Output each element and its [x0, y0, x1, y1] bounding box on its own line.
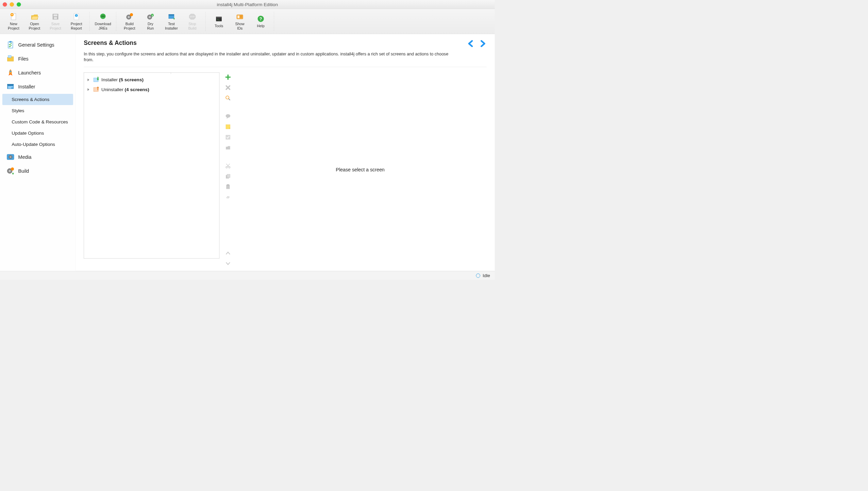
svg-rect-63 [227, 174, 230, 178]
window-titlebar: install4j Multi-Platform Edition [0, 0, 495, 9]
svg-rect-4 [53, 14, 57, 16]
sidebar-item-media[interactable]: Media [2, 150, 73, 164]
save-project-button: SaveProject [45, 11, 66, 32]
show-ids-icon [236, 13, 244, 21]
content-divider [84, 67, 486, 67]
svg-text:?: ? [260, 17, 262, 21]
svg-marker-18 [173, 18, 175, 20]
note-button[interactable] [224, 123, 232, 131]
tree-row-installer[interactable]: Installer (5 screens) [85, 75, 218, 85]
link-button [224, 194, 232, 201]
svg-rect-55 [226, 125, 230, 129]
svg-text:>_: >_ [217, 18, 220, 20]
svg-marker-44 [12, 173, 14, 175]
svg-rect-36 [8, 86, 13, 87]
svg-rect-57 [226, 135, 230, 140]
svg-rect-22 [216, 17, 222, 18]
expand-arrow-icon [87, 78, 90, 82]
move-up-button [224, 250, 232, 257]
nav-previous-button[interactable] [467, 39, 475, 48]
sidebar-item-general-settings[interactable]: General Settings [2, 38, 73, 52]
svg-point-43 [11, 167, 14, 170]
svg-rect-25 [237, 15, 239, 18]
svg-point-12 [130, 13, 133, 16]
svg-rect-30 [8, 42, 13, 48]
new-project-icon [10, 13, 18, 21]
svg-point-40 [10, 156, 11, 157]
svg-marker-48 [87, 88, 89, 91]
stop-build-button: STOP StopBuild [182, 11, 203, 32]
status-text: Idle [483, 273, 490, 278]
svg-rect-32 [8, 55, 11, 58]
build-icon [5, 166, 16, 176]
copy-button [224, 173, 232, 180]
svg-point-33 [10, 70, 12, 72]
svg-point-42 [9, 170, 11, 172]
toggle-button [224, 134, 232, 141]
save-project-icon [51, 13, 60, 21]
svg-rect-37 [8, 88, 11, 88]
sidebar-sub-auto-update[interactable]: Auto-Update Options [2, 139, 73, 150]
help-button[interactable]: ? Help [250, 11, 271, 32]
tree-row-uninstaller[interactable]: Uninstaller (4 screens) [85, 85, 218, 95]
svg-point-2 [12, 14, 13, 15]
test-installer-button[interactable]: TestInstaller [161, 11, 182, 32]
status-icon [475, 273, 481, 278]
svg-text:i: i [76, 14, 77, 17]
new-project-button[interactable]: NewProject [3, 11, 24, 32]
comment-button [224, 113, 232, 120]
remove-button [224, 84, 232, 91]
minimize-window-button[interactable] [10, 2, 14, 7]
folder-icon [5, 54, 16, 64]
sidebar-sub-custom-code[interactable]: Custom Code & Resources [2, 116, 73, 128]
window-title: install4j Multi-Platform Edition [217, 2, 278, 7]
detail-placeholder: Please select a screen [336, 167, 384, 173]
sidebar-item-build[interactable]: Build [2, 164, 73, 178]
screens-tree[interactable]: Installer (5 screens) Uninstaller (4 scr… [84, 72, 219, 258]
open-project-button[interactable]: OpenProject [24, 11, 45, 32]
nav-next-button[interactable] [479, 39, 487, 48]
download-jres-button[interactable]: DownloadJREs [93, 11, 114, 32]
svg-rect-5 [54, 17, 57, 19]
sidebar-item-launchers[interactable]: Launchers [2, 66, 73, 80]
svg-point-15 [151, 14, 154, 16]
svg-point-66 [476, 274, 480, 277]
zoom-window-button[interactable] [17, 2, 21, 7]
rocket-icon [5, 68, 16, 78]
tree-installer-label: Installer [101, 77, 118, 82]
installer-icon [5, 82, 16, 91]
project-report-button[interactable]: i ProjectReport [66, 11, 87, 32]
dry-run-button[interactable]: DryRun [140, 11, 161, 32]
svg-line-52 [229, 99, 230, 100]
tools-button[interactable]: >_ Tools [208, 11, 230, 32]
project-report-icon: i [72, 13, 81, 21]
search-button[interactable] [224, 95, 232, 102]
uninstaller-app-icon [93, 86, 100, 93]
folder-button [224, 144, 232, 151]
svg-rect-17 [169, 14, 174, 15]
svg-point-53 [226, 114, 230, 118]
svg-marker-50 [97, 86, 99, 88]
status-bar: Idle [0, 271, 495, 280]
open-project-icon [30, 13, 38, 21]
sidebar-sub-update-options[interactable]: Update Options [2, 128, 73, 139]
svg-marker-45 [87, 79, 89, 81]
dry-run-icon [146, 13, 154, 21]
add-button[interactable] [224, 74, 232, 81]
installer-app-icon [93, 77, 100, 84]
sidebar-sub-styles[interactable]: Styles [2, 105, 73, 116]
tree-installer-count: (5 screens) [119, 77, 144, 82]
sidebar: General Settings Files Launchers Install… [0, 34, 76, 271]
build-project-icon [126, 13, 134, 21]
build-project-button[interactable]: BuildProject [119, 11, 140, 32]
svg-rect-31 [9, 41, 12, 43]
sidebar-item-files[interactable]: Files [2, 52, 73, 66]
sidebar-sub-screens-actions[interactable]: Screens & Actions [2, 94, 73, 105]
media-icon [5, 152, 16, 162]
svg-rect-35 [7, 84, 14, 86]
show-ids-button[interactable]: ShowIDs [229, 11, 250, 32]
stop-build-icon: STOP [188, 13, 196, 21]
test-installer-icon [167, 13, 176, 21]
sidebar-item-installer[interactable]: Installer [2, 80, 73, 94]
close-window-button[interactable] [3, 2, 7, 7]
